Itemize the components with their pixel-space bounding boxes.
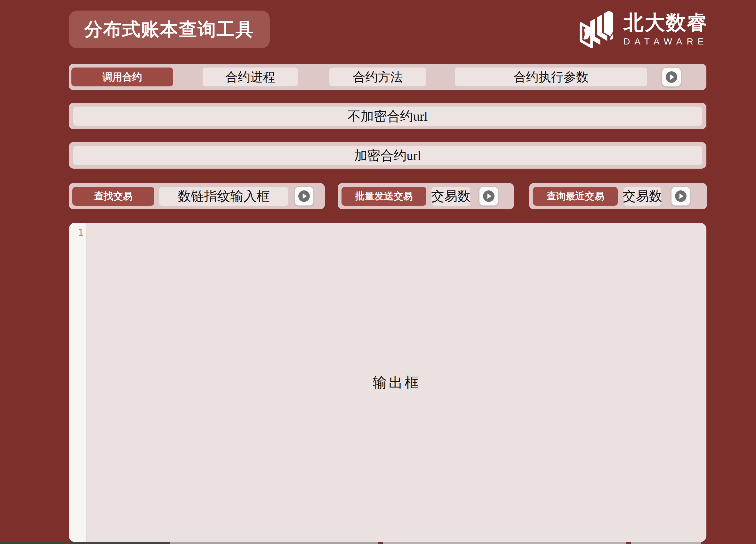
query-recent-group: 查询最近交易 交易数 — [529, 183, 707, 209]
play-icon — [665, 71, 678, 83]
app-window: 分布式账本查询工具 北大数睿 DATAWARE 调用合约 合约进程 合约方法 合… — [0, 0, 756, 544]
plain-contract-url-field[interactable]: 不加密合约url — [73, 107, 702, 126]
run-query-recent-button[interactable] — [671, 186, 691, 206]
output-panel: 1 输出框 — [69, 223, 706, 542]
dataware-cube-icon — [578, 9, 615, 50]
contract-params-field[interactable]: 合约执行参数 — [455, 68, 647, 86]
page-title: 分布式账本查询工具 — [69, 11, 270, 48]
play-icon — [483, 190, 495, 202]
chain-fingerprint-field[interactable]: 数链指纹输入框 — [159, 187, 288, 206]
contract-process-field[interactable]: 合约进程 — [203, 68, 298, 86]
encrypted-contract-url-field[interactable]: 加密合约url — [73, 146, 702, 165]
play-icon — [298, 190, 310, 202]
run-contract-button[interactable] — [662, 67, 681, 87]
batch-send-group: 批量发送交易 交易数 — [338, 183, 514, 209]
run-batch-send-button[interactable] — [479, 186, 499, 206]
brand-logo: 北大数睿 DATAWARE — [578, 8, 712, 51]
invoke-contract-button[interactable]: 调用合约 — [71, 68, 173, 86]
run-find-transaction-button[interactable] — [294, 186, 314, 206]
line-number-gutter: 1 — [69, 223, 87, 542]
find-transaction-button[interactable]: 查找交易 — [72, 187, 154, 206]
screen-bottom-artifact — [0, 542, 756, 544]
line-number: 1 — [69, 227, 86, 238]
batch-tx-count-field[interactable]: 交易数 — [431, 187, 470, 206]
output-placeholder: 输出框 — [373, 373, 421, 392]
brand-tagline: DATAWARE — [623, 36, 708, 47]
plain-url-row: 不加密合约url — [69, 103, 706, 129]
contract-toolbar: 调用合约 合约进程 合约方法 合约执行参数 — [69, 64, 706, 90]
encrypted-url-row: 加密合约url — [69, 142, 706, 169]
brand-text: 北大数睿 DATAWARE — [623, 12, 708, 46]
batch-send-button[interactable]: 批量发送交易 — [342, 187, 426, 206]
recent-tx-count-field[interactable]: 交易数 — [623, 187, 661, 206]
find-transaction-group: 查找交易 数链指纹输入框 — [69, 183, 325, 209]
play-icon — [675, 190, 687, 202]
query-recent-button[interactable]: 查询最近交易 — [533, 187, 618, 206]
contract-method-field[interactable]: 合约方法 — [329, 68, 426, 86]
brand-name: 北大数睿 — [623, 12, 708, 33]
output-area[interactable]: 输出框 — [87, 223, 706, 542]
